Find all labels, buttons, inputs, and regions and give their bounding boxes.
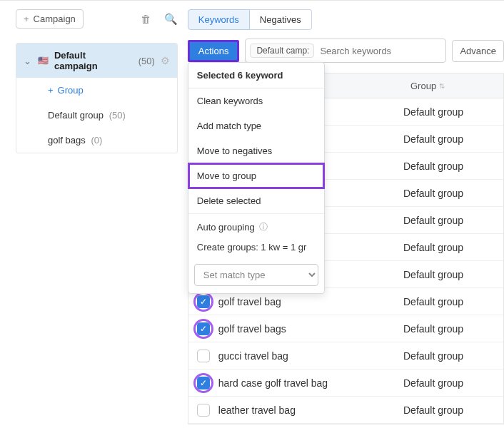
row-checkbox[interactable]: ✓ [197,322,210,335]
campaign-count: (50) [138,56,155,66]
sort-icon: ⇅ [439,82,445,90]
campaign-name: Default campaign [54,50,131,71]
campaign-node[interactable]: ⌄ 🇺🇸 Default campaign (50) ⚙ [16,44,177,78]
group-cell: Default group [403,350,503,362]
tab-keywords[interactable]: Keywords [188,9,250,30]
keyword-cell: leather travel bag [218,404,403,416]
dropdown-item-move_neg[interactable]: Move to negatives [188,138,324,163]
row-checkbox[interactable] [197,350,210,362]
add-campaign-button[interactable]: + Campaign [16,9,84,29]
dropdown-item-move_group[interactable]: Move to group [188,163,324,188]
advanced-button[interactable]: Advance [452,40,504,62]
keyword-cell: gucci travel bag [218,350,403,362]
dropdown-header: Selected 6 keyword [188,63,324,88]
table-row: leather travel bagDefault group [188,397,503,424]
tab-negatives[interactable]: Negatives [250,9,312,30]
match-type-select[interactable]: Set match type [194,264,318,286]
add-group-button[interactable]: + Group [16,78,177,103]
us-flag-icon: 🇺🇸 [38,56,49,66]
group-name: Default group [48,110,104,121]
dropdown-item-clean[interactable]: Clean keywords [188,88,324,113]
info-icon: ⓘ [259,221,268,233]
group-name: golf bags [48,135,86,146]
sidebar: + Campaign 🗑 🔍 ⌄ 🇺🇸 Default campaign (50… [0,1,188,428]
group-cell: Default group [403,404,503,416]
search-field-wrap: Default camp: [245,39,446,63]
group-cell: Default group [403,188,503,199]
campaign-tree: ⌄ 🇺🇸 Default campaign (50) ⚙ + Group Def… [16,43,178,153]
keyword-cell: golf travel bag [218,296,403,307]
add-campaign-label: Campaign [34,14,76,24]
trash-icon[interactable]: 🗑 [141,13,151,26]
row-checkbox[interactable] [197,404,210,417]
keyword-cell: golf travel bags [218,323,403,335]
column-group[interactable]: Group ⇅ [403,73,503,98]
main-panel: Keywords Negatives Actions Default camp:… [188,1,504,428]
keyword-cell: hard case golf travel bag [218,377,403,389]
group-cell: Default group [403,106,503,118]
table-row: ✓hard case golf travel bagDefault group [188,370,503,397]
dropdown-item-add_match[interactable]: Add match type [188,113,324,138]
dropdown-auto-grouping[interactable]: Auto grouping ⓘ [188,214,324,240]
group-count: (0) [91,135,102,146]
dropdown-auto-grouping-label: Auto grouping [197,222,255,233]
search-input[interactable] [314,43,445,59]
actions-button[interactable]: Actions [188,40,240,62]
search-filter-chip[interactable]: Default camp: [250,44,314,58]
sidebar-group-item[interactable]: golf bags (0) [16,128,177,153]
actions-dropdown: Selected 6 keyword Clean keywordsAdd mat… [188,62,325,294]
group-count: (50) [109,110,126,121]
row-checkbox[interactable]: ✓ [197,295,210,308]
group-cell: Default group [403,133,503,145]
sidebar-group-item[interactable]: Default group (50) [16,103,177,128]
plus-icon: + [48,85,54,96]
chevron-down-icon: ⌄ [24,56,32,66]
group-cell: Default group [403,242,503,253]
group-cell: Default group [403,269,503,280]
group-cell: Default group [403,160,503,172]
plus-icon: + [24,14,29,24]
add-group-label: Group [58,85,84,96]
group-cell: Default group [403,296,503,307]
search-icon[interactable]: 🔍 [164,13,178,26]
group-cell: Default group [403,215,503,226]
gear-icon[interactable]: ⚙ [161,55,170,66]
group-cell: Default group [403,377,503,389]
row-checkbox[interactable]: ✓ [197,377,210,389]
dropdown-create-groups[interactable]: Create groups: 1 kw = 1 gr [188,240,324,260]
group-cell: Default group [403,323,503,335]
table-row: gucci travel bagDefault group [188,342,503,370]
dropdown-item-delete[interactable]: Delete selected [188,188,324,213]
table-row: ✓golf travel bagsDefault group [188,315,503,342]
